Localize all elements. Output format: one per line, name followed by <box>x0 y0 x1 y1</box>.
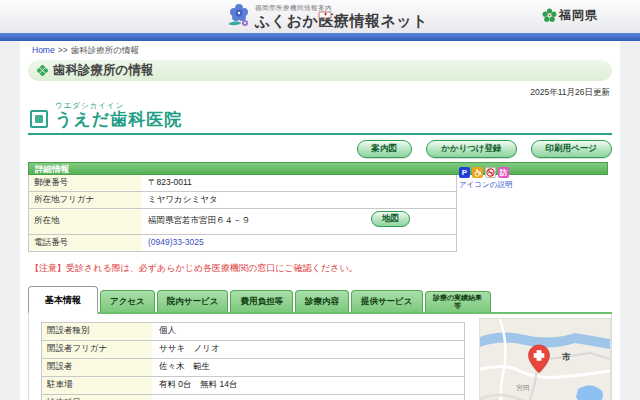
address-furigana-value: ミヤワカシミヤタ <box>141 192 456 208</box>
row-label: 所在地 <box>29 209 141 234</box>
row-label: 開設者種別 <box>42 323 152 340</box>
header-accent-bar <box>0 33 640 41</box>
phone-number-value[interactable]: (0949)33-3025 <box>141 235 456 251</box>
breadcrumb-home-link[interactable]: Home <box>32 45 55 55</box>
tab-treatment-content[interactable]: 診療内容 <box>295 290 349 312</box>
row-label: 郵便番号 <box>29 175 141 191</box>
map-button[interactable]: 地図 <box>371 211 410 227</box>
tab-bar: 基本情報 アクセス 院内サービス 費用負担等 診療内容 提供サービス 診療の実績… <box>28 286 612 314</box>
table-row: 駐車場 有料 0台 無料 14台 <box>42 376 464 394</box>
row-label: 診療科目 <box>42 395 152 400</box>
detail-table: 郵便番号 〒823-0011 所在地フリガナ ミヤワカシミヤタ 所在地 福岡県宮… <box>28 175 457 252</box>
parking-value: 有料 0台 無料 14台 <box>152 377 464 394</box>
table-row: 所在地 福岡県宮若市宮田６４－９ 地図 <box>29 208 456 234</box>
family-doctor-register-button[interactable]: かかりつけ登録 <box>426 140 517 158</box>
founder-type-value: 個人 <box>152 323 464 340</box>
google-map[interactable]: 市 宮田 Google Map data ©2025 <box>479 318 611 400</box>
table-row: 開設者フリガナ ササキ ノリオ <box>42 340 464 358</box>
row-label: 駐車場 <box>42 377 152 394</box>
icon-legend-link[interactable]: アイコンの説明 <box>459 180 512 190</box>
tab-treatment-results[interactable]: 診療の実績結果等 <box>425 291 491 312</box>
postal-code-value: 〒823-0011 <box>141 175 456 191</box>
site-header: 福岡県医療機関情報案内 ふくおか医療情報ネット 福岡県 <box>0 0 640 34</box>
row-label: 開設者 <box>42 359 152 376</box>
print-page-button[interactable]: 印刷用ページ <box>531 140 612 158</box>
clinic-name: うえだ歯科医院 <box>55 111 182 130</box>
map-town-label: 宮田 <box>516 383 530 393</box>
wheelchair-icon <box>472 167 483 178</box>
table-row: 電話番号 (0949)33-3025 <box>29 234 456 251</box>
no-smoking-icon <box>485 167 496 178</box>
tab-cost[interactable]: 費用負担等 <box>230 290 293 312</box>
row-label: 開設者フリガナ <box>42 341 152 358</box>
main-content: Home>>歯科診療所の情報 歯科診療所の情報 2025年11月26日更新 ウエ… <box>20 41 620 400</box>
pref-name: 福岡県 <box>559 7 598 24</box>
page-title: 歯科診療所の情報 <box>53 62 153 79</box>
updated-date: 2025年11月26日更新 <box>28 87 612 99</box>
action-buttons: 案内図 かかりつけ登録 印刷用ページ <box>28 140 612 158</box>
flower-logo-icon <box>226 2 252 30</box>
fukuoka-pref-logo[interactable]: 福岡県 <box>542 7 598 24</box>
basic-info-table: 開設者種別 個人 開設者フリガナ ササキ ノリオ 開設者 佐々木 範生 駐車場 … <box>41 322 465 400</box>
breadcrumb-current: 歯科診療所の情報 <box>71 45 139 55</box>
tab-basic-info[interactable]: 基本情報 <box>28 286 98 314</box>
table-row: 郵便番号 〒823-0011 <box>29 175 456 191</box>
breadcrumb: Home>>歯科診療所の情報 <box>28 45 612 57</box>
map-city-label: 市 <box>562 351 571 364</box>
table-row: 開設者種別 個人 <box>42 322 464 340</box>
ambulance-icon <box>318 11 333 21</box>
detail-section-header: 詳細情報 <box>28 162 608 175</box>
table-row: 所在地フリガナ ミヤワカシミヤタ <box>29 191 456 208</box>
founder-furigana-value: ササキ ノリオ <box>152 341 464 358</box>
parking-icon: P <box>459 167 470 178</box>
table-row: 診療科目 歯科 矯正歯科 歯科口腔外科 小児歯科 <box>42 394 464 400</box>
page-title-banner: 歯科診療所の情報 <box>28 60 612 81</box>
logo-texts: 福岡県医療機関情報案内 ふくおか医療情報ネット <box>255 4 428 29</box>
basic-info-panel: 開設者種別 個人 開設者フリガナ ササキ ノリオ 開設者 佐々木 範生 駐車場 … <box>28 314 612 400</box>
clinic-square-icon <box>30 110 48 128</box>
founder-name-value: 佐々木 範生 <box>152 359 464 376</box>
breadcrumb-separator: >> <box>58 45 68 55</box>
clinic-title-block: ウエダシカイイン うえだ歯科医院 <box>28 101 612 135</box>
address-value: 福岡県宮若市宮田６４－９ 地図 <box>141 209 456 234</box>
pref-flower-icon <box>542 8 557 23</box>
row-label: 所在地フリガナ <box>29 192 141 208</box>
tab-access[interactable]: アクセス <box>100 290 155 312</box>
notice-text: 【注意】受診される際は、必ずあらかじめ各医療機関の窓口にご確認ください。 <box>28 262 612 275</box>
tab-provided-services[interactable]: 提供サービス <box>351 290 423 312</box>
departments-cell: 歯科 矯正歯科 歯科口腔外科 小児歯科 <box>152 395 464 400</box>
facility-icon-legend: P 訪 アイコンの説明 <box>459 167 512 190</box>
tab-in-house-services[interactable]: 院内サービス <box>157 290 229 312</box>
page: 福岡県医療機関情報案内 ふくおか医療情報ネット 福岡県 Home>>歯科診療所の… <box>0 0 640 400</box>
clover-icon <box>37 65 48 76</box>
row-label: 電話番号 <box>29 235 141 251</box>
table-row: 開設者 佐々木 範生 <box>42 358 464 376</box>
home-visit-icon: 訪 <box>498 167 509 178</box>
map-graphic <box>480 319 610 400</box>
site-title: ふくおか医療情報ネット <box>255 13 428 29</box>
guide-map-button[interactable]: 案内図 <box>357 140 413 158</box>
